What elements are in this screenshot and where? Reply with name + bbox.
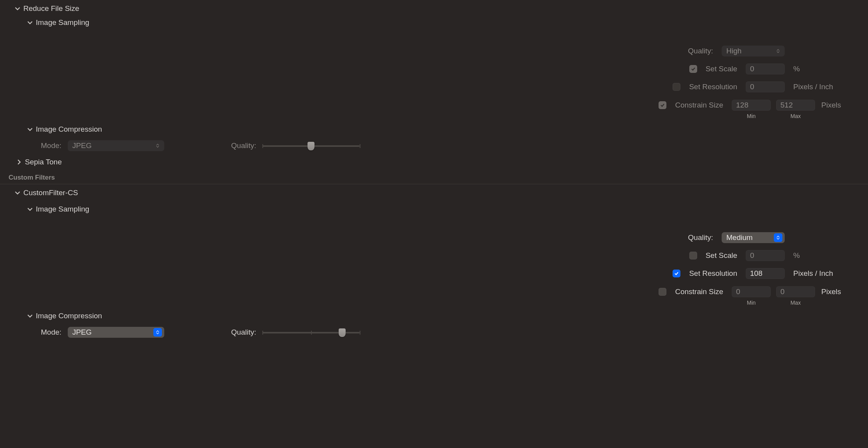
set-scale-label: Set Scale xyxy=(706,251,737,260)
constrain-size-label: Constrain Size xyxy=(675,100,723,109)
pixels-label: Pixels xyxy=(821,100,849,109)
set-scale-checkbox[interactable] xyxy=(689,252,697,259)
filter-title: Reduce File Size xyxy=(23,4,79,13)
mode-select[interactable]: JPEG xyxy=(68,327,164,338)
updown-icon xyxy=(153,328,162,337)
constrain-size-checkbox xyxy=(659,101,666,109)
section-header-custom-filters: Custom Filters xyxy=(0,170,868,184)
subfilter-title: Image Sampling xyxy=(36,205,89,213)
filter-title: Sepia Tone xyxy=(25,158,62,166)
image-sampling-settings: Quality: High Set Scale 0 % Set Resoluti… xyxy=(0,30,868,122)
set-resolution-label: Set Resolution xyxy=(689,83,737,91)
resolution-field[interactable]: 108 xyxy=(746,268,785,279)
subfilter-header-image-compression[interactable]: Image Compression xyxy=(0,122,868,137)
set-scale-label: Set Scale xyxy=(706,65,737,73)
filter-header-custom-cs[interactable]: CustomFilter-CS xyxy=(0,184,868,201)
mode-value: JPEG xyxy=(72,328,92,337)
quality-value: High xyxy=(726,47,741,55)
quality-value: Medium xyxy=(726,233,753,242)
chevron-down-icon xyxy=(15,6,20,11)
compression-settings: Mode: JPEG Quality: xyxy=(0,137,868,154)
set-resolution-checkbox[interactable] xyxy=(673,270,680,277)
constrain-max-field: 512 xyxy=(776,100,815,111)
percent-label: % xyxy=(793,251,849,260)
set-resolution-label: Set Resolution xyxy=(689,269,737,278)
quality-select[interactable]: Medium xyxy=(722,232,785,243)
subfilter-header-image-sampling[interactable]: Image Sampling xyxy=(0,15,868,30)
quality-label: Quality: xyxy=(651,233,713,242)
constrain-size-checkbox[interactable] xyxy=(659,288,666,296)
chevron-down-icon xyxy=(15,190,20,196)
min-label: Min xyxy=(747,113,756,119)
ppi-label: Pixels / Inch xyxy=(793,83,849,91)
min-label: Min xyxy=(747,300,756,306)
mode-select: JPEG xyxy=(68,140,164,151)
constrain-min-field: 128 xyxy=(732,100,771,111)
subfilter-title: Image Compression xyxy=(36,125,102,134)
quality-slider-label: Quality: xyxy=(231,141,256,150)
scale-field: 0 xyxy=(746,63,785,74)
constrain-size-label: Constrain Size xyxy=(675,286,723,296)
subfilter-header-image-sampling-2[interactable]: Image Sampling xyxy=(0,201,868,217)
compression-settings-2: Mode: JPEG Quality: xyxy=(0,324,868,341)
chevron-down-icon xyxy=(27,206,33,212)
chevron-down-icon xyxy=(27,20,33,25)
ppi-label: Pixels / Inch xyxy=(793,269,849,278)
quality-slider xyxy=(262,141,360,150)
mode-label: Mode: xyxy=(41,328,61,337)
updown-icon xyxy=(774,233,782,242)
filter-header-sepia-tone[interactable]: Sepia Tone xyxy=(0,154,868,170)
filter-title: CustomFilter-CS xyxy=(23,189,78,197)
quality-label: Quality: xyxy=(651,47,713,55)
subfilter-header-image-compression-2[interactable]: Image Compression xyxy=(0,308,868,324)
set-scale-checkbox xyxy=(689,65,697,73)
mode-value: JPEG xyxy=(72,141,92,150)
quality-select: High xyxy=(722,46,785,56)
resolution-field: 0 xyxy=(746,81,785,92)
subfilter-title: Image Compression xyxy=(36,312,102,320)
quality-slider[interactable] xyxy=(262,328,360,337)
filter-header-reduce-file-size[interactable]: Reduce File Size xyxy=(0,2,868,15)
constrain-max-field: 0 xyxy=(776,286,815,297)
updown-icon xyxy=(153,141,162,150)
quality-slider-label: Quality: xyxy=(231,328,256,337)
max-label: Max xyxy=(791,113,801,119)
subfilter-title: Image Sampling xyxy=(36,18,89,27)
chevron-down-icon xyxy=(27,127,33,132)
max-label: Max xyxy=(791,300,801,306)
scale-field: 0 xyxy=(746,250,785,261)
set-resolution-checkbox xyxy=(673,83,680,91)
percent-label: % xyxy=(793,65,849,73)
updown-icon xyxy=(774,47,782,55)
constrain-min-field: 0 xyxy=(732,286,771,297)
image-sampling-settings-2: Quality: Medium Set Scale 0 % Set Resolu… xyxy=(0,217,868,308)
pixels-label: Pixels xyxy=(821,286,849,296)
chevron-down-icon xyxy=(27,313,33,319)
mode-label: Mode: xyxy=(41,141,61,150)
chevron-right-icon xyxy=(16,159,22,165)
